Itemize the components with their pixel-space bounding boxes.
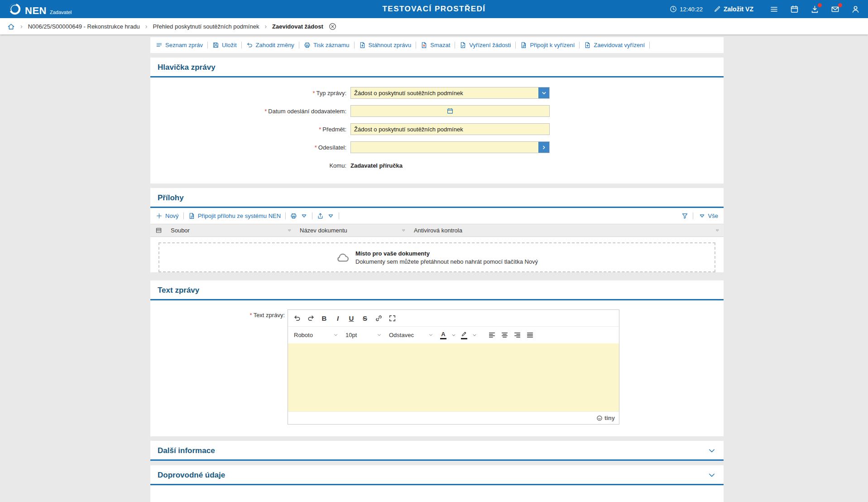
expand-chevron-icon[interactable] — [707, 471, 716, 480]
section-body-empty — [150, 485, 724, 502]
file-dropzone[interactable]: Místo pro vaše dokumenty Dokumenty sem m… — [158, 242, 715, 272]
attach-from-nen-button[interactable]: Připojit přílohu ze systému NEN — [188, 212, 281, 219]
form-row: *Datum odeslání dodavatelem: — [150, 102, 724, 120]
undo-icon — [293, 314, 301, 322]
align-center-button[interactable] — [498, 329, 511, 342]
alignment-buttons — [485, 329, 536, 342]
home-icon[interactable] — [7, 23, 15, 30]
column-header-soubor: Soubor — [167, 224, 296, 237]
editor-statusbar: tiny — [288, 411, 619, 424]
messages-button[interactable] — [831, 5, 839, 14]
required-mark: * — [315, 144, 317, 151]
highlight-color-caret[interactable] — [471, 329, 478, 342]
predmet-input[interactable] — [350, 123, 550, 135]
clock-time: 12:40:22 — [680, 6, 703, 13]
view-all-button[interactable]: Vše — [698, 212, 718, 219]
divider — [579, 42, 580, 48]
odesilatel-picker[interactable] — [350, 141, 550, 153]
chevron-down-icon — [377, 333, 382, 338]
export-attachments-button[interactable] — [317, 212, 334, 219]
tinymce-logo: tiny — [596, 415, 615, 421]
divider — [339, 212, 339, 219]
calendar-button[interactable] — [790, 5, 799, 14]
undo-button[interactable] — [291, 312, 303, 324]
align-justify-button[interactable] — [523, 329, 536, 342]
document-check-icon — [460, 42, 466, 48]
downloads-button[interactable] — [810, 5, 819, 14]
caret-down-icon — [699, 212, 705, 219]
align-left-icon — [488, 331, 496, 339]
toolbar-ulozit[interactable]: Uložit — [212, 42, 237, 48]
section-more-info: Další informace — [150, 441, 724, 461]
italic-button[interactable]: I — [331, 312, 344, 324]
text-color-caret[interactable] — [450, 329, 457, 342]
create-vz-button[interactable]: Založit VZ — [714, 5, 753, 13]
toolbar-stahnout-zpravu[interactable]: Stáhnout zprávu — [359, 42, 412, 48]
filter-caret-icon[interactable] — [402, 228, 406, 232]
open-picker-arrow-icon[interactable] — [538, 142, 549, 153]
printer-icon — [290, 212, 297, 219]
fullscreen-button[interactable] — [386, 312, 398, 324]
divider — [183, 212, 184, 219]
print-attachments-button[interactable] — [290, 212, 307, 219]
editor-toolbar-row-2: Roboto 10pt Odstavec A — [288, 327, 619, 343]
expand-chevron-icon[interactable] — [707, 446, 716, 455]
komu-value: Zadavatel příručka — [350, 162, 550, 169]
strikethrough-button[interactable]: S — [359, 312, 371, 324]
new-attachment-button[interactable]: Nový — [156, 212, 179, 219]
rich-text-editor: B I U S Roboto 10pt Odstavec A — [288, 309, 619, 425]
insert-link-button[interactable] — [372, 312, 385, 324]
section-attachments: Přílohy Nový Připojit přílohu ze systému… — [150, 188, 724, 272]
column-settings-icon — [155, 227, 162, 234]
column-settings-button[interactable] — [150, 224, 167, 237]
align-left-button[interactable] — [485, 329, 498, 342]
list-icon — [156, 42, 163, 48]
chevron-down-icon — [472, 333, 477, 338]
profile-button[interactable] — [851, 5, 860, 14]
toolbar-smazat[interactable]: Smazat — [421, 42, 450, 48]
align-right-button[interactable] — [511, 329, 523, 342]
toolbar-vyrizeni-zadosti[interactable]: Vyřízení žádosti — [460, 42, 511, 48]
chevron-down-icon — [428, 333, 433, 338]
filter-button[interactable] — [681, 212, 688, 219]
font-family-select[interactable]: Roboto — [291, 329, 341, 342]
required-mark: * — [264, 108, 267, 115]
align-right-icon — [513, 331, 521, 339]
nen-home-link[interactable]: NEN Zadavatel — [8, 2, 72, 16]
filter-caret-icon[interactable] — [715, 228, 719, 232]
breadcrumb-item-overview[interactable]: Přehled poskytnutí soutěžních podmínek — [153, 23, 259, 30]
toolbar-pripojit-k-vyrizeni[interactable]: Připojit k vyřízení — [520, 42, 575, 48]
underline-button[interactable]: U — [345, 312, 358, 324]
toolbar-zaevidovat-vyrizeni[interactable]: Zaevidovat vyřízení — [584, 42, 645, 48]
main-menu-button[interactable] — [770, 5, 778, 14]
editor-textarea[interactable] — [288, 343, 619, 411]
toolbar-tisk-zaznamu[interactable]: Tisk záznamu — [304, 42, 350, 48]
document-delete-icon — [421, 42, 427, 48]
chevron-down-icon — [333, 333, 338, 338]
calendar-icon[interactable] — [447, 108, 454, 115]
block-format-select[interactable]: Odstavec — [386, 329, 436, 342]
typ-zpravy-select[interactable]: Žádost o poskytnutí soutěžních podmínek — [350, 87, 550, 99]
font-size-select[interactable]: 10pt — [342, 329, 385, 342]
save-icon — [212, 42, 219, 48]
align-justify-icon — [526, 331, 534, 339]
user-icon — [851, 5, 860, 14]
breadcrumb-item-contract[interactable]: N006/25/S00000649 - Rekonstrukce hradu — [28, 23, 140, 30]
close-page-icon[interactable] — [329, 23, 336, 30]
divider — [354, 42, 355, 48]
document-download-icon — [359, 42, 366, 48]
bold-button[interactable]: B — [318, 312, 331, 324]
main-content: Seznam zpráv Uložit Zahodit změny Tisk z… — [150, 34, 724, 502]
breadcrumb-item-current: Zaevidovat žádost — [272, 23, 323, 30]
chevron-down-icon[interactable] — [538, 87, 549, 98]
column-header-antivirova-kontrola: Antivirová kontrola — [410, 224, 724, 237]
downloads-badge — [818, 3, 822, 7]
toolbar-zahodit-zmeny[interactable]: Zahodit změny — [246, 42, 294, 48]
highlight-color-button[interactable] — [458, 329, 470, 342]
form-row: Komu: Zadavatel příručka — [150, 156, 724, 174]
field-label-datum-odeslani: *Datum odeslání dodavatelem: — [150, 108, 350, 115]
redo-button[interactable] — [304, 312, 317, 324]
text-color-button[interactable]: A — [437, 329, 449, 342]
toolbar-seznam-zprav[interactable]: Seznam zpráv — [156, 42, 203, 48]
filter-caret-icon[interactable] — [288, 228, 292, 232]
